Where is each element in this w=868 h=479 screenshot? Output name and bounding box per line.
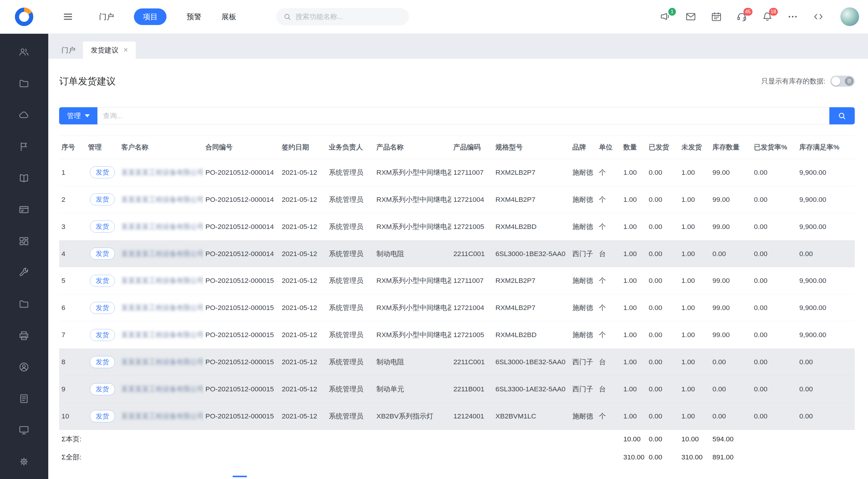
code-icon[interactable]: [813, 11, 824, 22]
ship-button[interactable]: 发货: [90, 220, 115, 233]
column-header: 未发货: [679, 136, 710, 159]
cell-unshipped: 1.00: [679, 213, 710, 240]
column-header: 产品编码: [451, 136, 493, 159]
notification-badge: 18: [769, 8, 778, 16]
cell-spec: RXM2LB2P7: [493, 159, 570, 186]
cell-product: RXM系列小型中间继电器: [374, 186, 451, 213]
cell-shipped: 0.00: [647, 321, 679, 348]
ship-button[interactable]: 发货: [90, 410, 115, 422]
sidebar-item-book[interactable]: [19, 173, 30, 184]
calendar-icon[interactable]: [711, 11, 722, 22]
sidebar-item-folder[interactable]: [19, 78, 30, 89]
nav-item-project[interactable]: 项目: [134, 8, 166, 25]
cell-spec: RXM4LB2BD: [493, 213, 570, 240]
cell-unshipped: 1.00: [679, 267, 710, 294]
cell-no: 5: [59, 267, 86, 294]
table-row[interactable]: 1发货某某某某工程设备有限公司PO-20210512-0000142021-05…: [59, 159, 855, 186]
cell-qty: 1.00: [621, 240, 646, 267]
cell-unit: 个: [597, 213, 621, 240]
summary-filler: [752, 430, 855, 448]
ship-button[interactable]: 发货: [90, 302, 115, 314]
avatar[interactable]: [840, 7, 859, 26]
cell-stock: 99.00: [710, 159, 752, 186]
cell-product: RXM系列小型中间继电器: [374, 159, 451, 186]
nav-item-alert[interactable]: 预警: [186, 8, 202, 25]
announcement-icon[interactable]: 1: [660, 11, 671, 22]
global-search[interactable]: [276, 8, 409, 25]
cell-qty: 1.00: [621, 267, 646, 294]
cell-shipped: 0.00: [647, 240, 679, 267]
table-row[interactable]: 2发货某某某某工程设备有限公司PO-20210512-0000142021-05…: [59, 186, 855, 213]
table-row[interactable]: 6发货某某某某工程设备有限公司PO-20210512-0000152021-05…: [59, 294, 855, 321]
cell-shipped: 0.00: [647, 186, 679, 213]
table-row[interactable]: 3发货某某某某工程设备有限公司PO-20210512-0000142021-05…: [59, 213, 855, 240]
cell-stock_rate: 0.00: [797, 240, 855, 267]
sidebar-item-tools[interactable]: [19, 267, 30, 278]
close-tab-icon[interactable]: ×: [123, 46, 128, 54]
cell-contract: PO-20210512-000014: [203, 240, 280, 267]
sidebar-item-flag[interactable]: [19, 141, 30, 152]
cell-brand: 西门子: [570, 376, 596, 403]
table-row[interactable]: 7发货某某某某工程设备有限公司PO-20210512-0000152021-05…: [59, 321, 855, 348]
nav-item-board[interactable]: 展板: [221, 8, 237, 25]
ship-button[interactable]: 发货: [90, 166, 115, 178]
sidebar-item-users[interactable]: [19, 46, 30, 58]
tab-shipping-advice[interactable]: 发货建议 ×: [83, 42, 136, 59]
ship-button[interactable]: 发货: [90, 194, 115, 205]
cell-qty: 1.00: [621, 348, 646, 376]
cell-no: 10: [59, 403, 86, 430]
ship-button[interactable]: 发货: [90, 356, 115, 368]
sidebar-item-monitor[interactable]: [19, 424, 30, 436]
tab-portal[interactable]: 门户: [54, 42, 83, 59]
ship-button[interactable]: 发货: [90, 329, 115, 341]
pagination-active-indicator[interactable]: [232, 476, 247, 478]
column-header: 序号: [59, 136, 86, 159]
ship-button[interactable]: 发货: [90, 248, 115, 260]
table-row[interactable]: 5发货某某某某工程设备有限公司PO-20210512-0000152021-05…: [59, 267, 855, 294]
sidebar-item-dashboard[interactable]: [19, 236, 30, 247]
table-row[interactable]: 4发货某某某某工程设备有限公司PO-20210512-0000142021-05…: [59, 240, 855, 267]
toggle-knob: [832, 77, 840, 85]
query-input[interactable]: [97, 107, 829, 125]
sidebar-item-document[interactable]: [19, 393, 30, 404]
sidebar-item-card[interactable]: [19, 204, 30, 215]
manage-button[interactable]: 管理: [59, 107, 97, 125]
sidebar-item-printer[interactable]: [19, 330, 30, 341]
cell-contract: PO-20210512-000015: [203, 403, 280, 430]
cell-shipped: 0.00: [647, 213, 679, 240]
cell-code: 12721005: [451, 321, 493, 348]
nav-item-portal[interactable]: 门户: [99, 8, 114, 25]
shipping-table: 序号管理客户名称合同编号签约日期业务负责人产品名称产品编码规格型号品牌单位数量已…: [59, 136, 855, 466]
ship-button[interactable]: 发货: [90, 383, 115, 395]
cell-customer: 某某某某工程设备有限公司: [119, 267, 203, 294]
bell-icon[interactable]: 18: [762, 11, 773, 22]
cell-spec: 6SL3000-1BE32-5AA0: [493, 240, 570, 267]
sidebar-item-account[interactable]: [19, 362, 30, 373]
cell-no: 2: [59, 186, 86, 213]
stock-filter-toggle[interactable]: 否: [830, 76, 855, 87]
sidebar-item-cloud[interactable]: [19, 109, 30, 121]
search-button[interactable]: [829, 107, 855, 125]
cell-contract: PO-20210512-000014: [203, 159, 280, 186]
service-icon[interactable]: 45: [736, 11, 747, 22]
cell-date: 2021-05-12: [280, 294, 327, 321]
ship-button[interactable]: 发货: [90, 275, 115, 287]
cell-brand: 施耐德: [570, 213, 596, 240]
app-logo[interactable]: [0, 6, 48, 27]
global-search-input[interactable]: [296, 13, 395, 21]
customer-name: 某某某某工程设备有限公司: [121, 168, 203, 176]
cell-stock: 0.00: [710, 403, 752, 430]
sidebar-item-settings[interactable]: [19, 456, 30, 467]
cell-customer: 某某某某工程设备有限公司: [119, 321, 203, 348]
sidebar-item-files[interactable]: [19, 299, 30, 310]
cell-date: 2021-05-12: [280, 267, 327, 294]
menu-icon[interactable]: [62, 11, 73, 22]
more-icon[interactable]: [787, 11, 798, 22]
table-row[interactable]: 10发货某某某某工程设备有限公司PO-20210512-0000152021-0…: [59, 403, 855, 430]
summary-qty: 10.00: [621, 430, 646, 448]
table-row[interactable]: 9发货某某某某工程设备有限公司PO-20210512-0000152021-05…: [59, 376, 855, 403]
mail-icon[interactable]: [685, 11, 696, 22]
table-row[interactable]: 8发货某某某某工程设备有限公司PO-20210512-0000152021-05…: [59, 348, 855, 376]
cell-stock: 99.00: [710, 267, 752, 294]
cell-date: 2021-05-12: [280, 240, 327, 267]
